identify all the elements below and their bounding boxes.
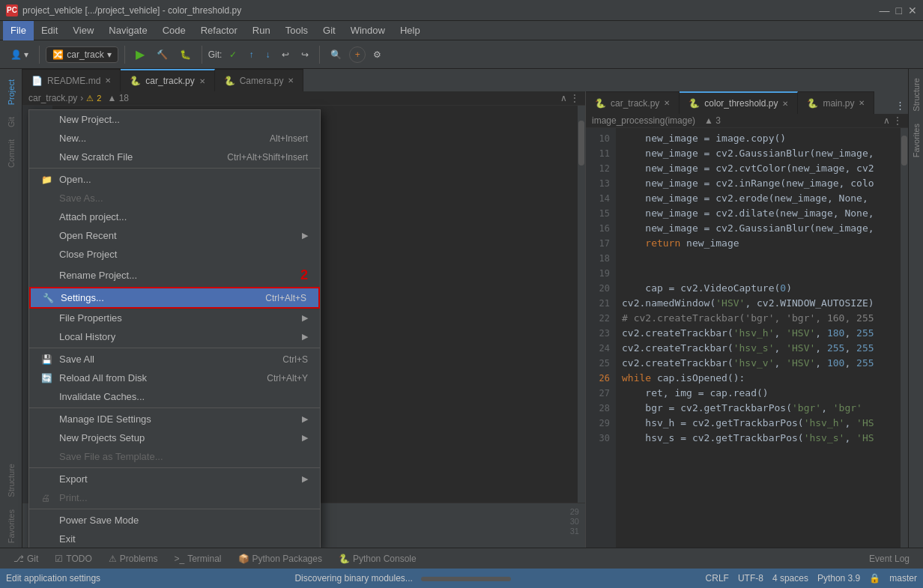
tab-readme-close[interactable]: ✕ (105, 76, 111, 85)
window-controls[interactable]: — □ ✕ (880, 4, 917, 16)
right-breadcrumb: image_processing(image) ▲ 3 ∧ ⋮ (586, 114, 908, 128)
indent[interactable]: 4 spaces (772, 573, 808, 584)
menu-reload-all[interactable]: 🔄 Reload All from Disk Ctrl+Alt+Y (29, 369, 320, 387)
tab-car-track-r[interactable]: 🐍 car_track.py ✕ (586, 91, 680, 114)
branch-chevron: ▾ (107, 49, 112, 60)
left-scroll-thumb[interactable] (578, 121, 584, 166)
git-check[interactable]: ✓ (225, 47, 241, 62)
encoding[interactable]: UTF-8 (738, 573, 763, 584)
toolbar-profile[interactable]: 👤 ▾ (6, 47, 33, 62)
run-button[interactable]: ▶ (131, 45, 149, 64)
tab-main[interactable]: 🐍 main.py ✕ (798, 91, 874, 114)
menu-edit[interactable]: Edit (34, 21, 65, 40)
menu-open-recent[interactable]: Open Recent ▶ (29, 226, 320, 245)
tab-camera-close[interactable]: ✕ (288, 76, 294, 85)
sidebar-item-favorites[interactable]: Favorites (5, 505, 17, 548)
tab-color-threshold[interactable]: 🐍 color_threshold.py ✕ (680, 91, 798, 114)
bottom-tab-python-console[interactable]: 🐍 Python Console (331, 551, 424, 566)
menu-run[interactable]: Run (245, 21, 278, 40)
sidebar-item-project[interactable]: Project (5, 75, 17, 109)
menu-code[interactable]: Code (155, 21, 193, 40)
right-expand-icon[interactable]: ∧ (883, 115, 890, 126)
search-button[interactable]: 🔍 (326, 47, 346, 62)
bottom-tab-event-log[interactable]: Event Log (862, 551, 917, 566)
color-threshold-icon: 🐍 (689, 98, 700, 109)
right-scroll-thumb[interactable] (901, 136, 907, 166)
menu-tools[interactable]: Tools (278, 21, 315, 40)
branch-name-status[interactable]: master (889, 573, 917, 584)
tab-car-track[interactable]: 🐍 car_track.py ✕ (121, 69, 214, 91)
menu-export[interactable]: Export ▶ (29, 470, 320, 488)
bottom-tab-python-packages[interactable]: 📦 Python Packages (231, 551, 330, 566)
menu-new[interactable]: New... Alt+Insert (29, 129, 320, 148)
menu-open[interactable]: 📁 Open... (29, 170, 320, 189)
bottom-tab-todo[interactable]: ☑ TODO (47, 551, 99, 566)
tab-car-track-r-close[interactable]: ✕ (664, 99, 670, 107)
add-button[interactable]: + (349, 46, 366, 63)
menu-manage-ide[interactable]: Manage IDE Settings ▶ (29, 410, 320, 428)
menu-view[interactable]: View (65, 21, 101, 40)
tab-main-close[interactable]: ✕ (859, 99, 865, 107)
annotation-2: 2 (300, 267, 308, 283)
sidebar-item-favorites-right[interactable]: Favorites (912, 118, 921, 163)
tab-readme[interactable]: 📄 README.md ✕ (22, 69, 121, 91)
menu-help[interactable]: Help (393, 21, 428, 40)
menu-new-projects-setup[interactable]: New Projects Setup ▶ (29, 428, 320, 447)
menu-local-history[interactable]: Local History ▶ (29, 327, 320, 346)
branch-status: 🔒 (869, 573, 880, 584)
sidebar-item-git[interactable]: Git (5, 112, 17, 132)
bottom-tab-problems[interactable]: ⚠ Problems (101, 551, 166, 566)
menu-exit[interactable]: Exit (29, 530, 320, 548)
close-button[interactable]: ✕ (908, 4, 917, 16)
plugins-button[interactable]: ⚙ (369, 47, 386, 62)
menu-invalidate-caches[interactable]: Invalidate Caches... (29, 387, 320, 406)
line-ending[interactable]: CRLF (706, 573, 729, 584)
menu-file-properties[interactable]: File Properties ▶ (29, 309, 320, 327)
sidebar-item-structure-right[interactable]: Structure (912, 72, 921, 118)
left-scrollbar[interactable] (578, 106, 585, 503)
menu-save-as[interactable]: Save As... (29, 189, 320, 207)
menu-close-project[interactable]: Close Project (29, 245, 320, 264)
menu-print[interactable]: 🖨 Print... (29, 488, 320, 507)
menu-attach-project[interactable]: Attach project... (29, 207, 320, 226)
menu-file[interactable]: File (3, 21, 34, 40)
git-forward[interactable]: ↪ (297, 47, 313, 62)
maximize-button[interactable]: □ (896, 4, 902, 16)
code-line: cv2.createTrackbar('hsv_v', 'HSV', 100, … (622, 356, 895, 371)
right-tab-more[interactable]: ⋮ (892, 97, 908, 114)
menu-power-save[interactable]: Power Save Mode (29, 511, 320, 530)
python-version[interactable]: Python 3.9 (817, 573, 860, 584)
bottom-tab-terminal[interactable]: >_ Terminal (166, 551, 229, 566)
more-icon[interactable]: ⋮ (570, 93, 579, 103)
tab-car-track-close[interactable]: ✕ (199, 77, 205, 85)
toolbar-sep-3 (202, 46, 202, 64)
debug-button[interactable]: 🐛 (175, 47, 196, 62)
tab-color-threshold-close[interactable]: ✕ (782, 100, 788, 108)
branch-selector[interactable]: 🔀 car_track ▾ (46, 46, 118, 63)
git-revert[interactable]: ↩ (277, 47, 294, 62)
menu-navigate[interactable]: Navigate (101, 21, 154, 40)
menu-save-file-template[interactable]: Save File as Template... (29, 447, 320, 466)
git-push[interactable]: ↑ (244, 47, 258, 62)
menu-settings[interactable]: 🔧 Settings... Ctrl+Alt+S (29, 287, 320, 309)
menu-window[interactable]: Window (343, 21, 393, 40)
sidebar-item-structure[interactable]: Structure (5, 459, 17, 502)
right-tab-bar: 🐍 car_track.py ✕ 🐍 color_threshold.py ✕ … (586, 91, 908, 114)
right-scrollbar[interactable] (901, 128, 908, 548)
menu-save-all[interactable]: 💾 Save All Ctrl+S (29, 350, 320, 369)
menu-new-scratch[interactable]: New Scratch File Ctrl+Alt+Shift+Insert (29, 148, 320, 166)
git-pull[interactable]: ↓ (261, 47, 274, 62)
bottom-tab-git[interactable]: ⎇ Git (6, 551, 46, 566)
right-code-body[interactable]: new_image = image.copy() new_image = cv2… (616, 128, 901, 548)
menu-git[interactable]: Git (315, 21, 343, 40)
menu-rename-project[interactable]: Rename Project... 2 (29, 264, 320, 287)
menu-new-project[interactable]: New Project... (29, 110, 320, 129)
tab-camera[interactable]: 🐍 Camera.py ✕ (215, 69, 304, 91)
expand-icon[interactable]: ∧ (560, 93, 567, 103)
build-button[interactable]: 🔨 (152, 47, 172, 62)
progress-bar (421, 577, 511, 581)
menu-refactor[interactable]: Refactor (193, 21, 245, 40)
sidebar-item-commit[interactable]: Commit (5, 135, 17, 172)
right-more-icon[interactable]: ⋮ (893, 115, 902, 126)
minimize-button[interactable]: — (880, 4, 890, 16)
